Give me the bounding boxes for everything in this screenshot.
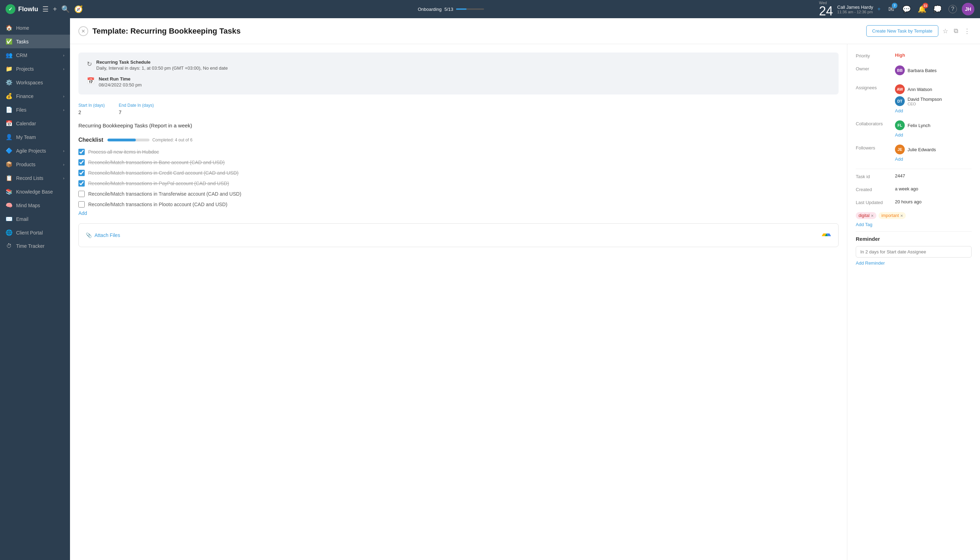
chevron-finance: › [63,94,64,98]
sidebar-item-home[interactable]: 🏠 Home [0,21,70,35]
checklist-checkbox-2[interactable] [78,159,85,165]
collaborator-felix-name: Felix Lynch [908,123,930,128]
add-follower-button[interactable]: Add [895,157,936,162]
dates-row: Start In (days) 2 End Date In (days) 7 [78,103,838,115]
sidebar-item-clientportal[interactable]: 🌐 Client Portal [0,226,70,239]
checklist-item-label-5: Reconcile/Match transactions in Transfer… [88,191,241,197]
assignee-ann-avatar: AW [895,84,905,94]
assignee-david-title: CEO [908,102,942,106]
tag-digital: digital ✕ [856,212,877,219]
cal-day-label: Wed 24 [819,1,833,18]
add-reminder-button[interactable]: Add Reminder [856,260,972,266]
sidebar-label-email: Email [16,216,28,222]
search-icon[interactable]: 🔍 [61,5,70,13]
chat-btn[interactable]: 💬 [900,3,913,15]
remove-important-tag[interactable]: ✕ [900,214,903,218]
checklist-checkbox-3[interactable] [78,170,85,176]
onboarding-widget[interactable]: Onboarding 5/13 [418,7,484,12]
schedule-value: Daily, Interval in days: 1, at 03:50 pm … [96,65,228,71]
task-template-modal: ✕ Template: Recurring Bookkeeping Tasks … [70,18,980,560]
onboarding-count: 5/13 [445,7,453,12]
follower-julie-avatar: JE [895,145,905,154]
sidebar-item-calendar[interactable]: 📅 Calendar [0,117,70,130]
checklist-checkbox-5[interactable] [78,191,85,197]
sidebar-item-email[interactable]: ✉️ Email [0,212,70,226]
start-in-label: Start In (days) [78,103,105,108]
end-date-label: End Date In (days) [118,103,153,108]
mail-btn[interactable]: ✉ 7 [885,3,897,15]
sidebar-item-projects[interactable]: 📁 Projects › [0,62,70,76]
priority-value[interactable]: High [895,52,905,58]
schedule-label: Recurring Task Schedule [96,60,228,65]
sidebar-icon-email: ✉️ [6,216,13,222]
sidebar-item-mindmaps[interactable]: 🧠 Mind Maps [0,198,70,212]
more-options-button[interactable]: ⋮ [962,26,972,37]
notification-btn[interactable]: 🔔 21 [916,3,928,15]
plus-icon[interactable]: + [53,5,57,13]
sidebar-item-workspaces[interactable]: ⚙️ Workspaces [0,76,70,89]
star-button[interactable]: ☆ [941,26,950,37]
logo[interactable]: ✓ Flowlu [6,4,38,14]
checklist-header: Checklist Completed: 4 out of 6 [78,137,838,143]
external-link-button[interactable]: ⧉ [952,26,960,36]
checklist-checkbox-6[interactable] [78,201,85,208]
message-btn[interactable]: 💭 [931,3,943,15]
add-tag-button[interactable]: Add Tag [856,222,972,227]
checklist-checkbox-4[interactable] [78,180,85,187]
reminder-input[interactable] [856,246,972,258]
sidebar-item-knowledge[interactable]: 📚 Knowledge Base [0,185,70,198]
owner-name: Barbara Bates [908,68,937,73]
checklist-title: Checklist [78,137,103,143]
add-collaborator-button[interactable]: Add [895,132,930,138]
create-task-by-template-button[interactable]: Create New Task by Template [866,25,938,37]
add-assignee-button[interactable]: Add [895,108,942,113]
modal-header-actions: Create New Task by Template ☆ ⧉ ⋮ [866,25,972,37]
sidebar-item-crm[interactable]: 👥 CRM › [0,48,70,62]
follower-julie-name: Julie Edwards [908,147,936,152]
sidebar-item-tasks[interactable]: ✅ Tasks [0,35,70,48]
add-event-btn[interactable]: + [877,6,881,12]
sidebar-icon-files: 📄 [6,107,13,113]
checklist-item: Reconcile/Match transactions in Plooto a… [78,201,838,208]
close-button[interactable]: ✕ [78,26,88,36]
sidebar-item-products[interactable]: 📦 Products › [0,158,70,171]
modal-title: Template: Recurring Bookkeeping Tasks [92,27,862,36]
checklist-checkbox-1[interactable] [78,149,85,155]
google-drive-icon[interactable] [822,229,831,241]
end-date-field: End Date In (days) 7 [118,103,153,115]
sidebar-item-recordlists[interactable]: 📋 Record Lists › [0,171,70,185]
hamburger-icon[interactable]: ☰ [42,5,48,13]
sidebar-item-timetracker[interactable]: ⏱ Time Tracker [0,239,70,253]
sidebar-item-files[interactable]: 📄 Files › [0,103,70,117]
assignee-david: DT David Thompson CEO [895,96,942,106]
sidebar-icon-projects: 📁 [6,65,13,72]
checklist-progress-bar [107,138,150,142]
sidebar-label-mindmaps: Mind Maps [16,203,40,208]
sidebar-item-myteam[interactable]: 👤 My Team [0,130,70,144]
owner-avatar: BB [895,65,905,75]
checklist-completed-text: Completed: 4 out of 6 [152,138,192,142]
checklist-item: Reconcile/Match transactions in Credit C… [78,170,838,176]
last-updated-value: 20 hours ago [895,199,972,204]
onboarding-progress-bar [456,8,484,10]
sidebar: 🏠 Home ✅ Tasks 👥 CRM › 📁 Projects › ⚙️ W… [0,18,70,560]
remove-digital-tag[interactable]: ✕ [871,214,873,218]
assignee-david-name: David Thompson [908,97,942,102]
paperclip-icon: 📎 [86,232,92,238]
topbar-left-icons: ☰ + 🔍 🧭 [42,5,83,13]
sidebar-label-myteam: My Team [16,134,36,140]
checklist-item-label-2: Reconcile/Match transactions in Banc acc… [88,160,225,165]
next-run-label: Next Run Time [99,76,142,82]
user-avatar[interactable]: JH [962,3,974,15]
nav-icon[interactable]: 🧭 [74,5,83,13]
checklist-add-link[interactable]: Add [78,210,87,216]
attach-files-button[interactable]: 📎 Attach Files [86,232,120,238]
help-btn[interactable]: ? [947,3,959,15]
sidebar-icon-tasks: ✅ [6,38,13,45]
created-row: Created a week ago [856,186,972,192]
tag-important-label: important [881,213,899,218]
sidebar-item-finance[interactable]: 💰 Finance › [0,89,70,103]
checklist-item-label-4: Reconcile/Match transactions in PayPal a… [88,181,229,186]
owner-row: Owner BB Barbara Bates [856,65,972,77]
sidebar-item-agile[interactable]: 🔷 Agile Projects › [0,144,70,158]
